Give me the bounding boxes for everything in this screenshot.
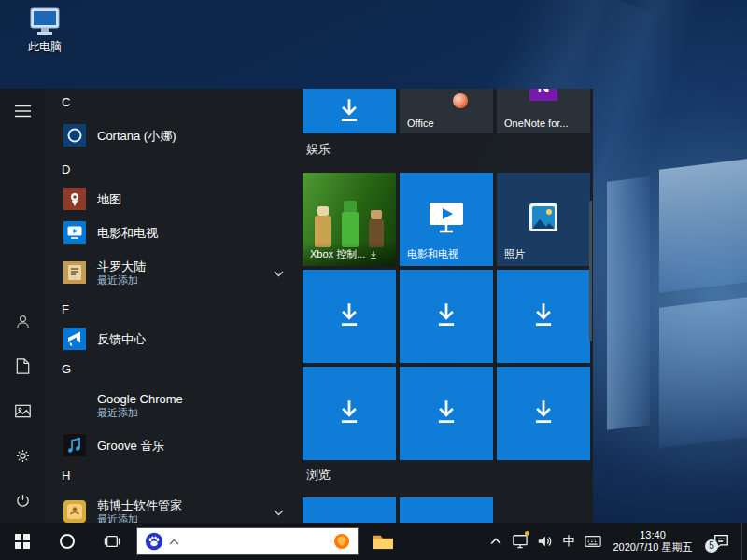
tile-photos[interactable]: 照片: [497, 173, 590, 266]
tile-pending-download[interactable]: [303, 89, 396, 133]
tile-row: [303, 270, 590, 363]
tile-row: [303, 367, 590, 460]
clock-date: 2020/7/10 星期五: [605, 541, 700, 553]
tile-pending-download[interactable]: [497, 270, 590, 363]
expand-menu-button[interactable]: [0, 89, 45, 133]
tile-pending-download[interactable]: [400, 497, 493, 523]
pictures-button[interactable]: [0, 388, 45, 433]
movies-tv-icon: [427, 201, 466, 238]
download-icon: [529, 301, 557, 332]
wallpaper-window-pane: [607, 176, 650, 430]
download-icon: [432, 398, 460, 429]
wallpaper-window-pane: [659, 159, 747, 293]
system-tray: 中 13:40 2020/7/10 星期五 5: [484, 523, 747, 560]
search-input[interactable]: [136, 527, 359, 555]
ime-mode-label: 中: [563, 533, 575, 550]
app-item-groove-music[interactable]: Groove 音乐: [45, 428, 299, 462]
start-button[interactable]: [0, 523, 45, 560]
desktop-icon-this-pc[interactable]: 此电脑: [13, 7, 77, 55]
tray-overflow-button[interactable]: [484, 523, 508, 560]
user-account-button[interactable]: [0, 299, 45, 343]
cortana-ring-icon: [60, 534, 75, 549]
gear-icon: [15, 448, 31, 464]
tile-pending-download[interactable]: [303, 270, 396, 363]
computer-icon: [27, 7, 63, 37]
windows-logo-icon: [15, 534, 31, 550]
app-item-maps[interactable]: 地图: [45, 182, 299, 216]
movies-tv-icon: [63, 221, 86, 244]
groove-music-icon: [63, 434, 86, 456]
power-button[interactable]: [0, 478, 45, 523]
tiles-scrollbar[interactable]: [589, 201, 592, 341]
speaker-icon: [536, 534, 553, 549]
feedback-hub-icon: [63, 328, 86, 350]
onenote-icon: N: [529, 89, 557, 101]
notification-badge: 5: [705, 539, 718, 553]
task-view-button[interactable]: [90, 523, 134, 560]
tile-group-entertainment[interactable]: 娱乐: [306, 140, 331, 159]
folder-icon: [373, 533, 394, 551]
cortana-button[interactable]: [45, 523, 90, 560]
download-icon: [335, 301, 363, 332]
tile-pending-download[interactable]: [400, 270, 493, 363]
tile-office[interactable]: Office: [400, 89, 493, 133]
rail-spacer: [0, 133, 45, 299]
download-icon: [529, 398, 557, 429]
clock-time: 13:40: [605, 529, 700, 541]
app-item-feedback-hub[interactable]: 反馈中心: [45, 322, 299, 356]
maps-icon: [63, 188, 86, 210]
app-item-hanboshi[interactable]: 韩博士软件管家 最近添加: [45, 488, 299, 523]
wallpaper-window-pane: [659, 297, 747, 448]
app-list-letter-g[interactable]: G: [45, 356, 299, 382]
pictures-icon: [15, 404, 31, 418]
app-list-letter-c[interactable]: C: [45, 89, 299, 115]
tile-row: Office N OneNote for...: [303, 89, 590, 133]
tile-movies-tv[interactable]: 电影和电视: [400, 173, 493, 266]
chevron-down-icon[interactable]: [274, 264, 284, 281]
show-desktop-button[interactable]: [741, 523, 747, 560]
tile-panel: Office N OneNote for... 娱乐 Xbox 控制...: [299, 89, 593, 523]
network-button[interactable]: [508, 523, 532, 560]
file-explorer-button[interactable]: [360, 523, 405, 560]
network-icon: [512, 534, 529, 549]
tile-row: Xbox 控制... 电影和电视 照片: [303, 173, 590, 266]
app-list-letter-h[interactable]: H: [45, 462, 299, 488]
app-item-cortana[interactable]: Cortana (小娜): [45, 115, 299, 156]
keyboard-icon: [585, 535, 601, 548]
search-secondary-icon[interactable]: [333, 533, 350, 550]
settings-button[interactable]: [0, 433, 45, 478]
app-list: C Cortana (小娜) D 地图 电影和电视 斗罗大陆: [45, 89, 299, 523]
touch-keyboard-button[interactable]: [581, 523, 605, 560]
clock[interactable]: 13:40 2020/7/10 星期五: [605, 523, 700, 560]
ime-mode-button[interactable]: 中: [557, 523, 581, 560]
documents-button[interactable]: [0, 343, 45, 388]
download-icon: [335, 96, 363, 128]
tile-pending-download[interactable]: [497, 367, 590, 460]
tile-xbox-console[interactable]: Xbox 控制...: [303, 173, 396, 266]
action-center-button[interactable]: 5: [700, 523, 741, 560]
start-menu: C Cortana (小娜) D 地图 电影和电视 斗罗大陆: [0, 89, 593, 523]
tile-pending-download[interactable]: [303, 367, 396, 460]
tile-group-browse[interactable]: 浏览: [306, 466, 331, 484]
douluo-icon: [63, 261, 86, 284]
desktop-icon-label: 此电脑: [28, 39, 62, 55]
chevron-down-icon[interactable]: [274, 503, 284, 520]
volume-button[interactable]: [532, 523, 557, 560]
app-item-douluo[interactable]: 斗罗大陆 最近添加: [45, 249, 299, 296]
tile-onenote[interactable]: N OneNote for...: [497, 89, 590, 133]
baidu-icon[interactable]: [145, 532, 163, 551]
taskbar: 中 13:40 2020/7/10 星期五 5: [0, 523, 747, 560]
tile-pending-download[interactable]: [303, 497, 396, 523]
search-chevron-up-icon[interactable]: [169, 539, 179, 545]
document-icon: [16, 358, 30, 374]
tile-row: [303, 497, 493, 523]
hamburger-icon: [15, 105, 31, 118]
chrome-icon: [63, 394, 86, 416]
app-list-letter-f[interactable]: F: [45, 296, 299, 322]
app-item-google-chrome[interactable]: Google Chrome 最近添加: [45, 382, 299, 428]
app-item-movies-tv[interactable]: 电影和电视: [45, 216, 299, 249]
tile-pending-download[interactable]: [400, 367, 493, 460]
power-icon: [15, 493, 31, 509]
download-mini-icon: [369, 250, 378, 259]
app-list-letter-d[interactable]: D: [45, 156, 299, 182]
